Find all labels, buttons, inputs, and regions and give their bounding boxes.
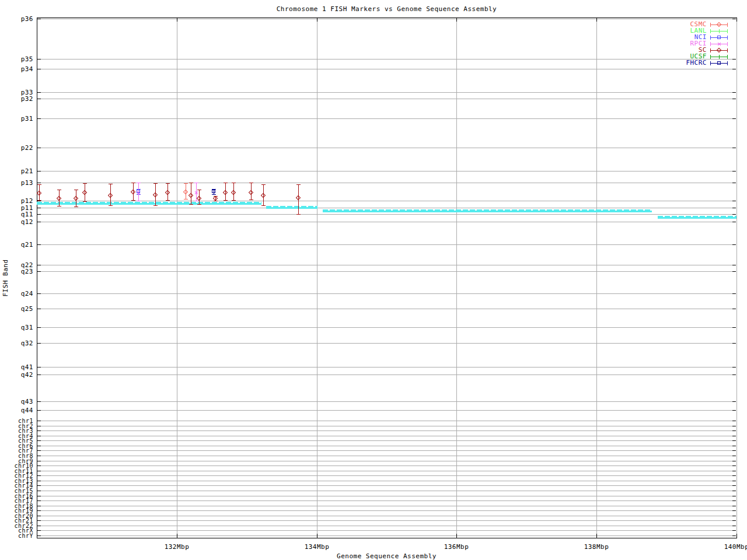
y-gridline bbox=[37, 536, 736, 536]
y-tick-right bbox=[732, 214, 736, 215]
y-tick-left bbox=[37, 475, 41, 476]
y-gridline bbox=[37, 436, 736, 436]
y-tick-right bbox=[732, 401, 736, 402]
error-bar-cap-bottom bbox=[224, 200, 228, 201]
y-gridline bbox=[37, 327, 736, 328]
y-gridline bbox=[37, 401, 736, 402]
y-tick-right bbox=[732, 148, 736, 148]
legend-sample-cap bbox=[710, 61, 711, 65]
error-bar-cap-bottom bbox=[232, 200, 236, 201]
y-tick-left bbox=[37, 446, 41, 446]
y-tick-right bbox=[732, 526, 736, 526]
y-tick-label: q41 bbox=[0, 364, 33, 370]
y-tick-left bbox=[37, 401, 41, 402]
legend-sample-cap bbox=[727, 55, 728, 59]
x-tick-top bbox=[317, 18, 317, 22]
legend-sample-cap bbox=[727, 61, 728, 65]
legend-sample-cap bbox=[710, 55, 711, 59]
assembly-band-dashes bbox=[266, 206, 317, 207]
y-tick-left bbox=[37, 201, 41, 201]
error-bar-cap-bottom bbox=[214, 201, 218, 201]
y-tick-right bbox=[732, 293, 736, 294]
y-tick-right bbox=[732, 99, 736, 99]
error-bar-cap-bottom bbox=[109, 205, 113, 206]
legend-sample-cap bbox=[727, 48, 728, 52]
y-gridline bbox=[37, 19, 736, 19]
error-bar-cap-bottom bbox=[83, 201, 87, 202]
y-tick-right bbox=[732, 271, 736, 272]
marker-square-icon bbox=[137, 190, 140, 193]
x-tick-top bbox=[177, 18, 177, 22]
y-tick-left bbox=[37, 440, 41, 441]
error-bar-cap-top bbox=[137, 183, 141, 183]
legend-sample-cap bbox=[710, 29, 711, 33]
y-tick-left bbox=[37, 171, 41, 172]
y-tick-label: p36 bbox=[0, 16, 33, 22]
assembly-band-dashes bbox=[323, 209, 652, 211]
y-tick-label: chrY bbox=[0, 533, 33, 538]
y-tick-left bbox=[37, 506, 41, 506]
error-bar-cap-bottom bbox=[249, 200, 253, 200]
error-bar-cap-top bbox=[296, 184, 301, 185]
error-bar-cap-bottom bbox=[57, 206, 61, 206]
y-tick-right bbox=[732, 530, 736, 531]
y-tick-label: q21 bbox=[0, 242, 33, 248]
y-axis-label: FISH Band bbox=[2, 249, 9, 307]
error-bar-cap-top bbox=[131, 183, 135, 183]
fish-marker-chart: Chromosome 1 FISH Markers vs Genome Sequ… bbox=[0, 0, 747, 560]
y-tick-right bbox=[732, 481, 736, 481]
y-gridline bbox=[37, 214, 736, 215]
chart-title: Chromosome 1 FISH Markers vs Genome Sequ… bbox=[37, 5, 736, 13]
x-gridline bbox=[736, 18, 737, 537]
y-gridline bbox=[37, 92, 736, 93]
error-bar-cap-top bbox=[74, 190, 78, 190]
y-tick-right bbox=[732, 244, 736, 245]
y-gridline bbox=[37, 343, 736, 344]
y-gridline bbox=[37, 118, 736, 119]
y-gridline bbox=[37, 148, 736, 148]
y-gridline bbox=[37, 450, 736, 451]
marker-square-icon bbox=[717, 36, 721, 39]
y-tick-left bbox=[37, 450, 41, 451]
y-tick-left bbox=[37, 92, 41, 93]
marker-square-icon bbox=[717, 61, 721, 65]
error-bar-cap-bottom bbox=[184, 199, 188, 200]
error-bar-cap-top bbox=[153, 183, 158, 184]
y-tick-left bbox=[37, 309, 41, 309]
legend-sample-cap bbox=[710, 42, 711, 46]
error-bar-cap-bottom bbox=[261, 205, 266, 206]
error-bar-cap-top bbox=[189, 183, 193, 183]
y-gridline bbox=[37, 520, 736, 521]
y-tick-right bbox=[732, 510, 736, 511]
y-tick-right bbox=[732, 201, 736, 201]
y-tick-right bbox=[732, 374, 736, 375]
error-bar-cap-bottom bbox=[189, 204, 193, 205]
y-tick-right bbox=[732, 496, 736, 496]
x-tick-bottom bbox=[736, 534, 737, 538]
error-bar-cap-top bbox=[57, 190, 61, 190]
y-tick-right bbox=[732, 491, 736, 491]
error-bar-cap-top bbox=[109, 184, 113, 184]
y-gridline bbox=[37, 440, 736, 441]
y-tick-left bbox=[37, 471, 41, 471]
y-tick-left bbox=[37, 496, 41, 496]
y-gridline bbox=[37, 510, 736, 511]
x-tick-label: 134Mbp bbox=[296, 543, 338, 551]
y-tick-left bbox=[37, 421, 41, 421]
y-tick-label: q42 bbox=[0, 372, 33, 378]
y-tick-left bbox=[37, 374, 41, 375]
y-tick-left bbox=[37, 118, 41, 119]
x-gridline bbox=[456, 18, 457, 537]
y-tick-right bbox=[732, 446, 736, 446]
error-bar-cap-bottom bbox=[197, 204, 201, 205]
y-tick-right bbox=[732, 450, 736, 451]
y-gridline bbox=[37, 426, 736, 426]
error-bar-cap-top bbox=[37, 184, 41, 185]
x-tick-top bbox=[596, 18, 597, 22]
y-tick-right bbox=[732, 421, 736, 421]
y-tick-right bbox=[732, 506, 736, 506]
y-gridline bbox=[37, 171, 736, 172]
y-tick-right bbox=[732, 520, 736, 521]
error-bar-cap-bottom bbox=[166, 200, 170, 201]
x-axis-label: Genome Sequence Assembly bbox=[37, 552, 736, 560]
